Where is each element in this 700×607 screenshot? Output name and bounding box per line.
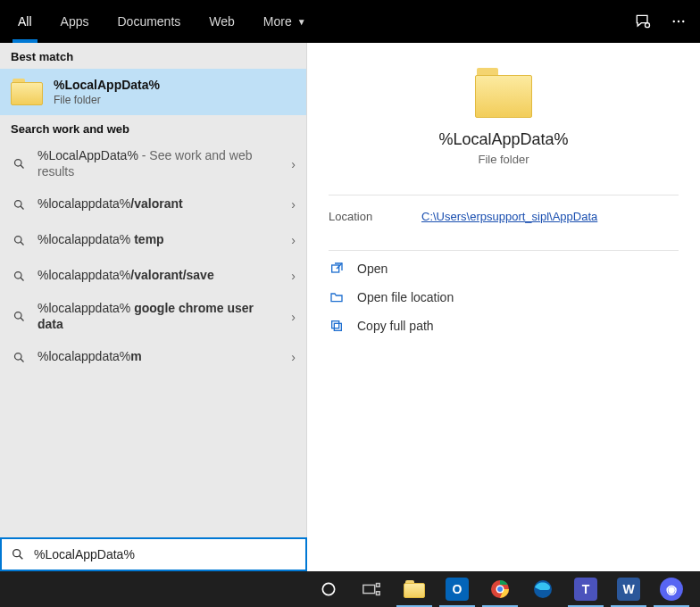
chevron-right-icon[interactable]: › <box>291 157 296 171</box>
svg-rect-22 <box>363 585 375 593</box>
action-open-label: Open <box>357 262 388 276</box>
taskbar-chrome[interactable] <box>479 571 521 607</box>
folder-icon <box>475 68 532 118</box>
search-icon <box>11 310 27 323</box>
chevron-down-icon: ▼ <box>297 17 306 27</box>
suggestion-item[interactable]: %localappdata% temp› <box>0 222 306 258</box>
best-match-subtitle: File folder <box>54 94 160 106</box>
svg-rect-18 <box>332 321 339 328</box>
suggestion-item[interactable]: %localappdata% google chrome user data› <box>0 294 306 339</box>
suggestion-text: %localappdata% google chrome user data <box>38 301 280 332</box>
feedback-icon[interactable] <box>625 0 661 43</box>
more-options-icon[interactable] <box>661 0 696 43</box>
chevron-right-icon[interactable]: › <box>291 197 296 212</box>
search-icon <box>11 157 27 170</box>
svg-rect-16 <box>332 265 339 272</box>
suggestion-item[interactable]: %LocalAppData% - See work and web result… <box>0 141 306 187</box>
preview-subtitle: File folder <box>478 153 529 166</box>
tab-more-label: More <box>263 14 292 29</box>
svg-point-21 <box>322 583 334 595</box>
svg-rect-23 <box>377 584 380 587</box>
location-link[interactable]: C:\Users\erpsupport_sipl\AppData <box>421 210 597 223</box>
folder-icon <box>404 580 425 598</box>
action-open-location-label: Open file location <box>357 290 454 304</box>
taskbar-explorer[interactable] <box>393 571 436 607</box>
tab-apps[interactable]: Apps <box>46 0 104 43</box>
action-copy-path-label: Copy full path <box>357 319 434 333</box>
suggestions-section: Search work and web %LocalAppData% - See… <box>0 115 306 375</box>
tab-web[interactable]: Web <box>195 0 249 43</box>
suggestion-text: %localappdata%/valorant/save <box>38 268 280 284</box>
suggestion-text: %localappdata%/valorant <box>38 196 280 212</box>
chevron-right-icon[interactable]: › <box>291 350 296 364</box>
svg-point-12 <box>14 312 21 320</box>
taskbar-discord[interactable]: ◉ <box>650 571 693 607</box>
svg-point-4 <box>14 160 21 167</box>
svg-point-10 <box>14 271 21 279</box>
best-match-text: %LocalAppData% File folder <box>54 78 160 106</box>
svg-point-3 <box>682 21 684 22</box>
search-icon <box>11 351 27 364</box>
svg-line-7 <box>21 206 23 209</box>
action-open[interactable]: Open <box>329 254 679 283</box>
svg-point-1 <box>673 21 675 22</box>
svg-point-27 <box>497 586 503 592</box>
best-match-section: Best match %LocalAppData% File folder <box>0 43 306 115</box>
svg-point-14 <box>14 353 21 360</box>
search-icon <box>11 198 27 212</box>
suggestion-text: %localappdata% temp <box>38 232 280 248</box>
suggestion-text: %LocalAppData% - See work and web result… <box>38 148 280 179</box>
svg-rect-17 <box>334 323 341 330</box>
location-row: Location C:\Users\erpsupport_sipl\AppDat… <box>329 195 679 237</box>
suggestion-item[interactable]: %localappdata%m› <box>0 339 306 375</box>
folder-icon <box>11 79 43 105</box>
tab-documents[interactable]: Documents <box>103 0 195 43</box>
taskbar-word[interactable]: W <box>607 571 650 607</box>
taskbar-outlook[interactable]: O <box>436 571 479 607</box>
svg-line-11 <box>21 278 23 280</box>
preview-header: %LocalAppData% File folder <box>329 64 679 182</box>
svg-line-9 <box>21 242 23 245</box>
taskbar-teams[interactable]: T <box>564 571 607 607</box>
preview-title: %LocalAppData% <box>438 130 568 149</box>
suggestion-item[interactable]: %localappdata%/valorant/save› <box>0 258 306 294</box>
search-icon <box>11 234 27 247</box>
chevron-right-icon[interactable]: › <box>291 310 296 324</box>
search-bar[interactable] <box>0 537 307 571</box>
action-copy-path[interactable]: Copy full path <box>329 312 679 340</box>
tab-all[interactable]: All <box>4 0 46 43</box>
best-match-item[interactable]: %LocalAppData% File folder <box>0 69 306 115</box>
folder-outline-icon <box>329 290 345 304</box>
task-view-button[interactable] <box>350 571 393 607</box>
search-input[interactable] <box>34 547 296 561</box>
search-results-main: Best match %LocalAppData% File folder Se… <box>0 43 700 607</box>
chevron-right-icon[interactable]: › <box>291 269 296 283</box>
chevron-right-icon[interactable]: › <box>291 233 296 247</box>
taskbar-edge[interactable] <box>521 571 564 607</box>
suggestion-item[interactable]: %localappdata%/valorant› <box>0 187 306 222</box>
svg-point-0 <box>646 23 650 28</box>
svg-rect-24 <box>377 592 380 595</box>
open-icon <box>329 262 345 276</box>
svg-line-5 <box>21 165 23 168</box>
preview-actions: Open Open file location Copy full path <box>329 251 679 340</box>
svg-point-2 <box>678 21 679 22</box>
results-list-panel: Best match %LocalAppData% File folder Se… <box>0 43 307 607</box>
svg-line-15 <box>21 359 23 362</box>
svg-line-20 <box>20 556 23 560</box>
best-match-title: %LocalAppData% <box>54 78 160 92</box>
taskbar: O T W ◉ <box>0 571 700 607</box>
tab-more[interactable]: More ▼ <box>249 0 321 43</box>
search-icon <box>11 270 27 283</box>
location-label: Location <box>329 210 421 223</box>
best-match-label: Best match <box>0 43 306 69</box>
search-web-label: Search work and web <box>0 115 306 141</box>
search-filter-tabs: All Apps Documents Web More ▼ <box>0 0 700 43</box>
suggestion-text: %localappdata%m <box>38 349 280 365</box>
copy-icon <box>329 319 345 333</box>
svg-point-8 <box>14 236 21 243</box>
svg-point-6 <box>14 200 21 207</box>
svg-line-13 <box>21 318 23 320</box>
cortana-button[interactable] <box>307 571 350 607</box>
action-open-location[interactable]: Open file location <box>329 283 679 312</box>
